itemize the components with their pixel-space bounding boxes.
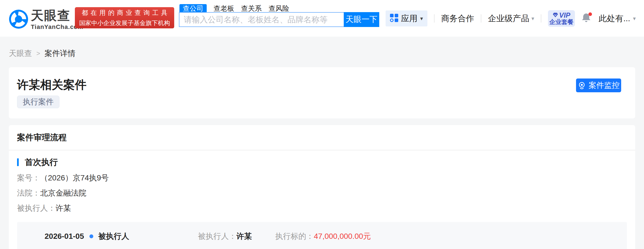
search-tab-boss[interactable]: 查老板 xyxy=(214,4,234,12)
field-label: 案号： xyxy=(17,174,40,182)
search-tab-risk[interactable]: 查风险 xyxy=(269,4,289,12)
timeline-row: 2026-01-05 被执行人 被执行人：许某 执行标的：47,000,000.… xyxy=(17,222,627,249)
apps-menu-label: 应用 xyxy=(401,13,417,24)
breadcrumb-home-link[interactable]: 天眼查 xyxy=(9,48,32,59)
vip-label: VIP xyxy=(559,12,570,19)
case-number-field: 案号：（2026）京74执9号 xyxy=(17,174,627,182)
search-button[interactable]: 天眼一下 xyxy=(344,12,379,27)
monitor-camera-icon xyxy=(578,81,586,90)
search-tabs: 查公司 查老板 查关系 查风险 xyxy=(179,4,289,12)
search-box: 天眼一下 xyxy=(179,12,379,27)
field-value: 北京金融法院 xyxy=(40,189,86,197)
search-tab-company[interactable]: 查公司 xyxy=(179,4,207,12)
vip-package-button[interactable]: VIP 企业套餐 xyxy=(548,10,575,27)
nav-divider xyxy=(541,14,541,23)
nav-business-link[interactable]: 商务合作 xyxy=(441,13,474,24)
top-header: 天眼查 TianYanCha.com 都在用的商业查询工具 国家中小企业发展子基… xyxy=(0,0,644,37)
tianyancha-logo-icon[interactable] xyxy=(9,10,28,29)
notification-badge xyxy=(588,12,592,16)
page-title: 许某相关案件 xyxy=(17,79,627,91)
user-account-menu[interactable]: 此处有... ▾ xyxy=(599,13,636,24)
chevron-down-icon: ▾ xyxy=(420,15,423,22)
chevron-down-icon: ▾ xyxy=(531,15,534,22)
first-execution-section: 首次执行 案号：（2026）京74执9号 法院：北京金融法院 被执行人：许某 2… xyxy=(9,150,635,249)
case-process-header: 案件审理流程 xyxy=(9,125,635,150)
nav-divider xyxy=(434,14,435,23)
case-summary-card: 许某相关案件 执行案件 案件监控 xyxy=(9,67,635,118)
section-accent-bar xyxy=(17,158,19,166)
case-monitor-button[interactable]: 案件监控 xyxy=(576,79,621,92)
nav-divider xyxy=(481,14,481,23)
executee-field: 被执行人：许某 xyxy=(17,204,627,212)
timeline-amount-value: 47,000,000.00元 xyxy=(314,232,371,240)
breadcrumb: 天眼查 > 案件详情 xyxy=(0,37,644,59)
breadcrumb-separator: > xyxy=(36,50,40,57)
timeline-detail-label: 执行标的： xyxy=(275,232,314,240)
field-value: （2026）京74执9号 xyxy=(40,174,109,182)
nav-enterprise-menu[interactable]: 企业级产品 ▾ xyxy=(488,13,534,24)
search-input[interactable] xyxy=(179,12,344,27)
case-type-tag: 执行案件 xyxy=(17,96,59,108)
promo-banner-line1: 都在用的商业查询工具 xyxy=(79,9,170,17)
timeline-execution-amount: 执行标的：47,000,000.00元 xyxy=(275,231,371,242)
case-monitor-button-label: 案件监控 xyxy=(589,80,620,91)
main-content: 许某相关案件 执行案件 案件监控 案件审理流程 首次执行 案号：（2026）京7… xyxy=(9,67,635,249)
timeline-event: 被执行人 xyxy=(98,231,129,242)
apps-grid-icon xyxy=(390,14,398,23)
promo-banner: 都在用的商业查询工具 国家中小企业发展子基金旗下机构 xyxy=(75,7,174,28)
field-value: 许某 xyxy=(56,204,71,212)
field-label: 被执行人： xyxy=(17,204,56,212)
timeline-date: 2026-01-05 xyxy=(45,232,84,241)
timeline-executee: 被执行人：许某 xyxy=(198,231,252,242)
apps-menu[interactable]: 应用 ▾ xyxy=(386,10,427,26)
search-tab-relation[interactable]: 查关系 xyxy=(241,4,262,12)
timeline-dot-icon xyxy=(89,234,93,238)
stage-title: 首次执行 xyxy=(25,158,58,166)
nav-enterprise-label: 企业级产品 xyxy=(488,13,529,24)
chevron-down-icon: ▾ xyxy=(633,15,636,22)
case-process-card: 案件审理流程 首次执行 案号：（2026）京74执9号 法院：北京金融法院 被执… xyxy=(9,125,635,249)
vip-sub-label: 企业套餐 xyxy=(549,19,574,25)
timeline-detail-label: 被执行人： xyxy=(198,232,236,240)
stage-title-row: 首次执行 xyxy=(17,158,627,166)
breadcrumb-current: 案件详情 xyxy=(45,48,75,59)
user-name: 此处有... xyxy=(599,13,630,24)
field-label: 法院： xyxy=(17,189,40,197)
promo-banner-line2: 国家中小企业发展子基金旗下机构 xyxy=(79,19,170,27)
timeline-detail-value: 许某 xyxy=(236,232,252,240)
header-nav: 应用 ▾ 商务合作 企业级产品 ▾ VIP 企业套餐 xyxy=(386,10,636,27)
vip-diamond-icon xyxy=(553,12,558,19)
notifications-button[interactable] xyxy=(582,12,592,25)
court-field: 法院：北京金融法院 xyxy=(17,189,627,197)
